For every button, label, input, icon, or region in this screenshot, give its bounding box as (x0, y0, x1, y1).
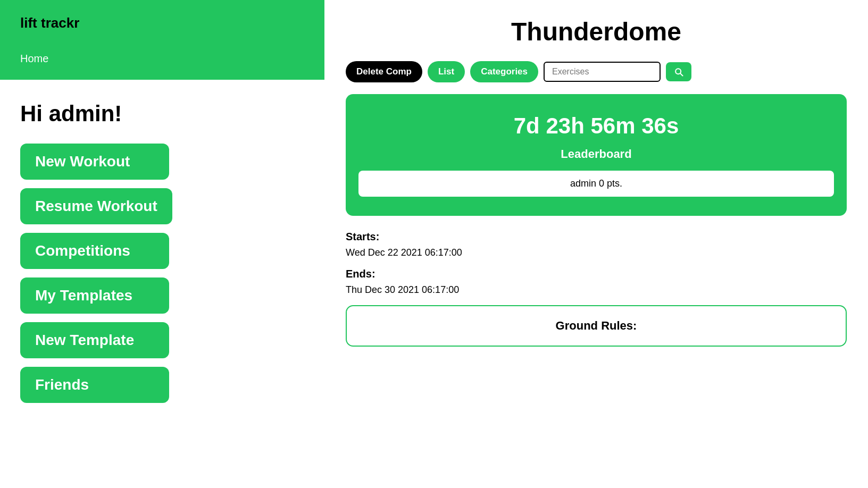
starts-value: Wed Dec 22 2021 06:17:00 (346, 247, 847, 258)
ends-section: Ends: Thu Dec 30 2021 06:17:00 (346, 268, 847, 296)
exercises-input[interactable] (544, 62, 661, 82)
ends-value: Thu Dec 30 2021 06:17:00 (346, 284, 847, 296)
ground-rules-card: Ground Rules: (346, 305, 847, 347)
greeting: Hi admin! (20, 101, 304, 127)
leaderboard-entry: admin 0 pts. (358, 171, 834, 197)
countdown-timer: 7d 23h 56m 36s (358, 113, 834, 139)
search-icon (673, 66, 684, 77)
categories-button[interactable]: Categories (470, 61, 538, 82)
friends-button[interactable]: Friends (20, 367, 169, 403)
ground-rules-title: Ground Rules: (360, 319, 833, 333)
search-button[interactable] (666, 62, 691, 81)
my-templates-button[interactable]: My Templates (20, 277, 169, 314)
starts-label: Starts: (346, 231, 847, 243)
page-title: Thunderdome (346, 17, 847, 46)
toolbar: Delete Comp List Categories (346, 61, 847, 82)
starts-section: Starts: Wed Dec 22 2021 06:17:00 (346, 231, 847, 258)
resume-workout-button[interactable]: Resume Workout (20, 188, 172, 224)
new-workout-button[interactable]: New Workout (20, 144, 169, 180)
ends-label: Ends: (346, 268, 847, 280)
app-logo: lift trackr (20, 15, 304, 31)
sidebar: lift trackr Home Hi admin! New Workout R… (0, 0, 324, 488)
leaderboard-title: Leaderboard (358, 147, 834, 161)
sidebar-header: lift trackr Home (0, 0, 324, 80)
nav-buttons: New Workout Resume Workout Competitions … (20, 144, 304, 403)
main-content: Thunderdome Delete Comp List Categories … (324, 0, 868, 488)
new-template-button[interactable]: New Template (20, 322, 169, 358)
sidebar-body: Hi admin! New Workout Resume Workout Com… (0, 80, 324, 488)
list-button[interactable]: List (428, 61, 465, 82)
countdown-card: 7d 23h 56m 36s Leaderboard admin 0 pts. (346, 94, 847, 216)
competitions-button[interactable]: Competitions (20, 233, 169, 269)
delete-comp-button[interactable]: Delete Comp (346, 61, 422, 82)
nav-home[interactable]: Home (20, 53, 304, 65)
